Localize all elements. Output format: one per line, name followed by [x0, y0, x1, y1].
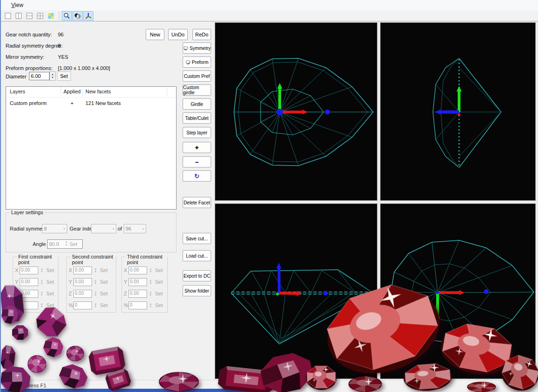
radial-degree-value: 8 [58, 43, 61, 49]
third-constraint-title: Third constraint point [126, 254, 167, 265]
constraint-input[interactable]: 0.00 [128, 290, 147, 298]
layers-table[interactable]: Layers Applied New facets Custom preform… [6, 86, 177, 210]
constraint-stepper[interactable]: ▲▼ [148, 301, 153, 309]
preform-button[interactable]: Preform [183, 56, 211, 68]
constraint-stepper[interactable]: ▲▼ [148, 266, 153, 274]
zoom-tool-icon[interactable] [62, 11, 72, 21]
constraint-stepper[interactable]: ▲▼ [93, 278, 98, 286]
remove-facet-button[interactable]: ━ [183, 156, 211, 168]
axis-label: % [69, 302, 73, 308]
constraint-input[interactable]: 0.00 [20, 266, 38, 274]
symmetry-icon [183, 46, 189, 51]
constraint-stepper[interactable]: ▲▼ [39, 266, 44, 274]
layer-settings-title: Layer settings [10, 210, 44, 215]
constraint-set-button[interactable]: Set [46, 267, 54, 273]
table-row[interactable]: Custom preform+121 New facets [6, 99, 176, 108]
constraint-stepper[interactable]: ▲▼ [39, 301, 44, 309]
constraint-set-button[interactable]: Set [100, 291, 108, 296]
four-pane-layout-icon[interactable] [35, 11, 45, 21]
delete-facet-button[interactable]: Delete Facet [183, 197, 211, 208]
diameter-input[interactable] [29, 72, 50, 80]
constraint-input[interactable]: 0.00 [128, 266, 147, 274]
viewport-top-view[interactable] [215, 22, 377, 201]
column-divider [82, 88, 83, 96]
two-pane-horizontal-layout-icon[interactable] [24, 11, 35, 21]
constraint-input[interactable]: 0.00 [73, 266, 92, 274]
constraint-set-button[interactable]: Set [155, 291, 163, 296]
column-divider [61, 88, 61, 96]
rgb-axes-tool-icon[interactable] [83, 11, 93, 21]
constraint-set-button[interactable]: Set [46, 279, 54, 285]
angle-stepper[interactable]: ▲▼ [65, 241, 68, 247]
viewport-profile-view[interactable] [380, 22, 536, 201]
chevron-down-icon: ˅ [112, 227, 114, 231]
redo-button[interactable]: ReDo [192, 29, 211, 40]
application-window: View Gear notch quantity: 96 Radial symm… [0, 0, 538, 392]
viewport-side-view[interactable] [215, 203, 377, 379]
constraint-input[interactable]: 0 [20, 301, 38, 309]
gear-index-dropdown[interactable]: ˅ [91, 224, 116, 233]
menu-bar: View [1, 0, 538, 11]
axis-label: Y [69, 279, 72, 285]
constraint-input[interactable]: 0 [128, 301, 147, 309]
colored-grid-layout-icon[interactable] [46, 11, 56, 21]
constraint-set-button[interactable]: Set [155, 279, 163, 285]
angle-set-button[interactable]: Set [70, 241, 78, 247]
diameter-set-button[interactable]: Set [57, 71, 71, 81]
export-dc-button[interactable]: Export to DC [183, 270, 211, 281]
constraint-stepper[interactable]: ▲▼ [93, 266, 98, 274]
constraint-input[interactable]: 0.00 [20, 278, 38, 286]
axis-label: Z [124, 291, 127, 296]
menu-view[interactable]: View [8, 1, 26, 9]
load-cut-button[interactable]: Load cut... [183, 250, 211, 261]
constraint-input[interactable]: 0.00 [128, 278, 147, 286]
undo-button[interactable]: UnDo [168, 29, 188, 40]
constraint-stepper[interactable]: ▲▼ [148, 278, 153, 286]
chevron-down-icon: ˅ [63, 227, 65, 231]
constraint-input[interactable]: 0.00 [20, 290, 38, 298]
custom-pref-button[interactable]: Custom Pref [183, 70, 211, 82]
constraint-set-button[interactable]: Set [100, 302, 108, 308]
constraint-row-z: Z0.00▲▼Set [13, 290, 58, 298]
constraint-set-button[interactable]: Set [155, 267, 163, 273]
add-facet-button[interactable]: ✚ [183, 142, 211, 153]
viewport-pavilion-view[interactable] [380, 203, 536, 379]
girdle-button[interactable]: Girdle [183, 98, 211, 110]
constraint-set-button[interactable]: Set [155, 302, 163, 308]
radial-symmetry-dropdown[interactable]: 8˅ [42, 224, 67, 233]
constraint-input[interactable]: 0 [73, 301, 92, 309]
single-pane-layout-icon[interactable] [3, 11, 13, 21]
two-pane-vertical-layout-icon[interactable] [14, 11, 24, 21]
constraint-stepper[interactable]: ▲▼ [39, 290, 44, 298]
constraint-input[interactable]: 0.00 [73, 290, 92, 298]
status-text: For Help, press F1 [4, 383, 46, 388]
viewport-grid [214, 21, 538, 380]
diameter-stepper[interactable]: ▲▼ [50, 71, 56, 81]
new-button[interactable]: New [146, 29, 164, 40]
angle-label: Angle [33, 241, 46, 247]
rotate-facet-button[interactable]: ↻ [183, 170, 211, 182]
show-folder-button[interactable]: Show folder [183, 285, 211, 296]
constraint-set-button[interactable]: Set [100, 279, 108, 285]
shading-tool-icon[interactable] [72, 11, 83, 21]
constraint-set-button[interactable]: Set [46, 302, 54, 308]
toolbar [1, 10, 538, 21]
table-culet-button[interactable]: Table/Culet [183, 112, 211, 124]
symmetry-button[interactable]: Symmetry [183, 42, 211, 54]
constraint-stepper[interactable]: ▲▼ [93, 301, 98, 309]
of-dropdown[interactable]: 96˅ [124, 224, 146, 233]
custom-girdle-button[interactable]: Custom girdle [183, 84, 211, 96]
column-applied: Applied [64, 89, 81, 94]
constraint-input[interactable]: 0.00 [73, 278, 92, 286]
step-layer-button[interactable]: Step layer [183, 127, 211, 138]
preform-proportions-label: Preform proportions: [6, 65, 52, 71]
of-label: of [118, 226, 122, 231]
second-constraint-title: Second constraint point [71, 254, 116, 265]
constraint-stepper[interactable]: ▲▼ [39, 278, 44, 286]
constraint-set-button[interactable]: Set [100, 267, 108, 273]
constraint-set-button[interactable]: Set [46, 291, 54, 296]
save-cut-button[interactable]: Save cut... [183, 233, 211, 244]
angle-input[interactable]: 90.0 ▲▼ Set [47, 239, 83, 249]
constraint-stepper[interactable]: ▲▼ [148, 290, 153, 298]
constraint-stepper[interactable]: ▲▼ [93, 290, 98, 298]
